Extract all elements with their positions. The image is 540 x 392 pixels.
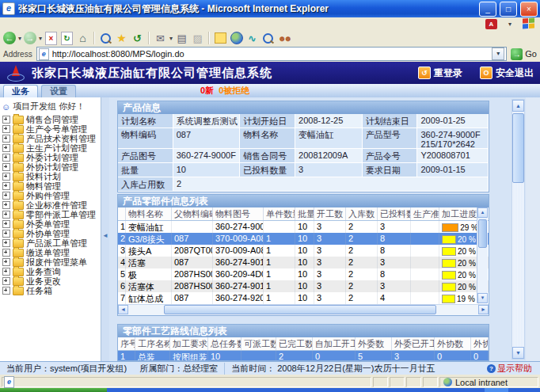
column-header[interactable]: 外协 [471,337,489,350]
column-header[interactable]: 工序名称 [135,337,170,350]
table-row[interactable]: 2 G3/8接头 087 370-009-A0840 1 10 3 2 8 20… [118,233,489,245]
scroll-up-icon[interactable]: ▲ [477,207,488,218]
expand-icon[interactable] [2,239,10,247]
column-header[interactable]: 自加工开工数 [313,337,356,350]
scroll-thumb[interactable] [512,113,524,183]
scroll-left-icon[interactable]: ◄ [118,305,128,314]
forward-dropdown-icon[interactable]: ▾ [39,35,42,42]
column-header[interactable]: 外委已开工数 [392,337,435,350]
expand-icon[interactable] [2,154,10,162]
expand-icon[interactable] [2,287,10,295]
address-label: Address [3,50,32,59]
edit-icon[interactable]: ▨ [191,32,204,45]
mail-dropdown-icon[interactable]: ▾ [169,35,173,42]
table-row[interactable]: 6 活塞体 2087HS002 360-274-9011W 1 10 3 2 3… [118,280,489,292]
history-icon[interactable]: ↺ [131,32,144,45]
column-header[interactable]: 单件数量 [264,207,295,220]
parts-table-hscrollbar[interactable]: ◄ ► [118,304,489,315]
expand-icon[interactable] [2,277,10,285]
expand-icon[interactable] [2,192,10,200]
table-row[interactable]: 1 变幅油缸 360-274-9000F 10 3 2 3 29 % [118,221,489,233]
column-header[interactable]: 可派工数 [241,337,276,350]
sidebar-item[interactable]: 任务箱 [0,286,101,295]
column-header[interactable]: 外委数 [356,337,392,350]
parts-table-panel: 产品零部件信息列表 物料名称 父物料编码 物料图号 单件数量 批量 开工数 入库… [117,194,489,316]
column-header[interactable]: 生产准备 [411,207,439,220]
table-row[interactable]: 1 总装 按图组装 10 2 0 5 3 0 0 [118,351,489,361]
column-header[interactable]: 父物料编码 [172,207,213,220]
table-row[interactable]: 4 活塞 087 360-274-9010F 1 10 3 2 3 20 % [118,257,489,268]
expand-icon[interactable] [2,173,10,181]
column-header[interactable]: 总任务数 [208,337,241,350]
pdf-toolbar-icon[interactable]: A [485,19,497,29]
content-vscrollbar[interactable]: ▲ ▼ [511,99,525,360]
search-icon[interactable] [101,33,111,44]
print-icon[interactable]: ▤ [175,32,188,45]
show-help-link[interactable]: ? 显示帮助 [487,363,540,375]
scroll-down-icon[interactable]: ▼ [512,347,524,359]
start-button-sliver[interactable] [0,388,107,392]
expand-icon[interactable] [2,125,10,133]
home-icon[interactable]: ⌂ [76,32,89,45]
globe-icon[interactable] [230,32,243,44]
back-dropdown-icon[interactable]: ▾ [18,35,21,42]
scroll-right-icon[interactable]: ► [478,305,489,314]
messenger-icon[interactable]: ∿ [245,32,259,45]
column-header[interactable]: 已完工数 [276,337,313,350]
favorites-icon[interactable]: ★ [115,32,128,45]
table-row[interactable]: 5 极 2087HS002 360-209-4D010 1 10 3 2 8 2… [118,268,489,280]
column-header[interactable]: 序号 [118,337,135,350]
scroll-thumb[interactable] [478,219,487,248]
expand-icon[interactable] [2,211,10,219]
collapse-arrow-icon[interactable]: ◄ [102,232,108,239]
expand-icon[interactable] [2,163,10,171]
minimize-button[interactable]: _ [479,2,496,17]
column-header[interactable]: 入库数 [346,207,378,220]
column-header[interactable]: 加工进度 [439,207,479,220]
parts-table-vscrollbar[interactable]: ▲ ▼ [477,207,488,303]
expand-icon[interactable] [2,182,10,190]
table-row[interactable]: 3 接头A 2087QT002 370-009-A0850 1 10 3 2 8… [118,245,489,257]
scroll-down-icon[interactable]: ▼ [477,293,488,303]
address-dropdown-icon[interactable]: ▾ [492,48,504,60]
column-header[interactable]: 批量 [295,207,314,220]
table-row[interactable]: 7 缸体总成 087 360-274-9200F 1 10 3 2 4 19 % [118,292,489,304]
mail-icon[interactable]: ✉ [154,32,167,45]
stop-icon[interactable]: × [45,32,57,45]
tab-business[interactable]: 业务 [3,85,38,97]
scroll-up-icon[interactable]: ▲ [512,100,524,112]
security-zone: Local intranet [439,377,538,387]
column-header[interactable]: 物料图号 [213,207,264,220]
back-button[interactable]: ← [3,32,16,44]
column-header[interactable]: 加工要求 [170,337,208,350]
expand-icon[interactable] [2,258,10,266]
expand-icon[interactable] [2,116,10,124]
notes-icon[interactable] [215,32,226,44]
expand-icon[interactable] [2,220,10,228]
maximize-button[interactable]: □ [500,2,517,17]
address-input[interactable]: e http://localhost:8080/MPS/login.do ▾ [36,47,508,61]
expand-icon[interactable] [2,201,10,209]
relogin-button[interactable]: ↺ 重登录 [418,67,462,80]
expand-icon[interactable] [2,268,10,276]
address-url[interactable]: http://localhost:8080/MPS/login.do [52,49,489,59]
people-icon[interactable]: ☻☻ [277,32,291,45]
pdf-dropdown-icon[interactable]: ▾ [508,21,511,28]
refresh-icon[interactable]: ↻ [61,32,73,45]
expand-icon[interactable] [2,249,10,257]
expand-icon[interactable] [2,135,10,143]
column-header[interactable]: 开工数 [314,207,346,220]
column-header[interactable]: 已投料数 [378,207,411,220]
logout-button[interactable]: O 安全退出 [480,67,534,80]
expand-icon[interactable] [2,144,10,152]
column-header[interactable]: 外协数 [435,337,471,350]
hscroll-thumb[interactable] [164,305,436,314]
column-header[interactable]: 物料名称 [126,207,172,220]
tab-settings[interactable]: 设置 [41,85,76,97]
research-icon[interactable] [263,33,273,44]
go-button[interactable]: → Go [511,48,537,60]
expand-icon[interactable] [2,230,10,238]
close-button[interactable]: × [520,2,538,17]
forward-button[interactable]: → [24,32,36,44]
current-time: 当前时间： 2008年12月22日(星期一)农历十一月廿五 [224,363,441,375]
